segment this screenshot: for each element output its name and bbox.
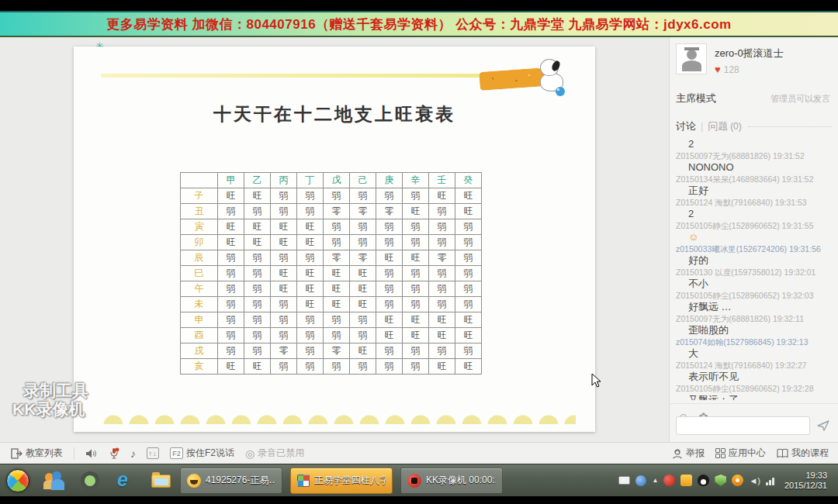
app-center-button[interactable]: 应用中心 (715, 447, 766, 460)
record-icon: ◎ (245, 447, 255, 460)
heart-icon[interactable]: ♥ (715, 64, 721, 75)
chat-message-meta: Z0150124 海默(79166840) 19:31:53 (676, 197, 833, 208)
chat-input[interactable] (676, 416, 810, 435)
table-row: 午 弱弱旺旺旺旺弱弱弱弱 (181, 281, 482, 297)
file-explorer-icon[interactable] (151, 470, 172, 492)
avatar (676, 43, 707, 74)
table-cell: 弱 (403, 266, 429, 281)
table-cell: 弱 (324, 312, 350, 328)
table-cell: 旺 (403, 328, 429, 343)
top-letterbox (0, 0, 838, 11)
chat-message-text: 歪啪股的 (676, 324, 833, 337)
taskbar-window-channel[interactable]: 正易学堂四柱八字班 (290, 468, 393, 494)
table-cell: 弱 (244, 250, 271, 266)
tray-network-signal-icon[interactable] (766, 476, 774, 485)
table-row: 寅 旺旺旺旺弱弱弱弱弱弱 (181, 219, 482, 235)
table-row-label: 丑 (181, 204, 218, 219)
tray-security-shield-icon[interactable] (715, 475, 726, 486)
table-cell: 弱 (350, 359, 376, 375)
report-button[interactable]: 举报 (672, 447, 705, 460)
speaker-icon (85, 448, 98, 459)
table-cell: 弱 (455, 219, 482, 235)
green-app-icon[interactable] (79, 470, 101, 492)
table-cell: 弱 (297, 328, 324, 343)
record-status-group: ◎ 录音已禁用 (245, 447, 304, 460)
mixer-button[interactable]: ↑↓ (147, 447, 159, 459)
chat-message-text: ☺ (676, 231, 833, 243)
chat-message: Z0150105静尘(1528960652) 19:32:03 好飘远 … (676, 290, 833, 313)
taskbar-clock[interactable]: 19:33 2015/12/31 (784, 471, 827, 491)
table-cell: 弱 (324, 219, 350, 235)
taskbar-window-label: KK录像机 00:00:11 (426, 474, 496, 487)
chat-message-meta: Z0150105静尘(1528960652) 19:32:28 (676, 383, 833, 394)
table-cell: 弱 (376, 219, 403, 235)
table-cell: 弱 (455, 250, 482, 266)
table-row: 卯 旺旺旺旺弱弱弱弱弱弱 (181, 235, 482, 250)
tab-question[interactable]: 问题 (708, 119, 728, 133)
table-cell: 弱 (271, 359, 297, 375)
table-cell: 弱 (271, 204, 297, 219)
chat-message-meta: Z0150105静尘(1528960652) 19:32:03 (676, 290, 833, 301)
taskbar-window-kk-recorder[interactable]: KK录像机 00:00:11 (400, 468, 503, 494)
tray-volume-icon[interactable]: ◄) (749, 476, 760, 485)
table-cell: 旺 (218, 235, 244, 250)
table-cell: 旺 (324, 281, 350, 297)
network-globe-icon[interactable] (635, 475, 646, 486)
chat-message-text: 又飘远：了 (676, 394, 833, 400)
table-cell: 零 (324, 250, 350, 266)
push-to-talk-label: 按住F2说话 (186, 447, 234, 460)
internet-explorer-icon[interactable]: e (115, 470, 137, 492)
avatar-cap (684, 47, 699, 50)
table-cell: 弱 (324, 328, 350, 343)
table-cell: 弱 (455, 297, 482, 312)
tab-discussion[interactable]: 讨论 (676, 119, 696, 133)
permission-label: 管理员可以发言 (770, 93, 830, 105)
report-label: 举报 (686, 447, 705, 460)
chat-message-text: 表示听不见 (676, 371, 833, 383)
speaker-button[interactable] (85, 448, 98, 459)
table-cell: 弱 (403, 188, 429, 204)
start-button[interactable] (6, 469, 29, 492)
microphone-button[interactable] (109, 447, 119, 459)
taskbar-window-label: 正易学堂四柱八字班 (314, 474, 386, 487)
table-cell: 零 (271, 343, 297, 359)
table-cell: 弱 (376, 359, 403, 375)
table-cell: 弱 (218, 266, 244, 281)
table-cell: 弱 (376, 343, 403, 359)
chat-message-text: 大 (676, 347, 833, 360)
taskbar-window-yy-main[interactable]: 41925276-正易… (180, 468, 282, 494)
table-cell: 弱 (403, 297, 429, 312)
send-button[interactable] (815, 417, 832, 434)
tray-expand-icon[interactable]: ▲ (652, 477, 658, 484)
table-cell: 弱 (455, 281, 482, 297)
table-cell: 旺 (297, 297, 324, 312)
table-row-label: 申 (181, 312, 218, 328)
tray-360-icon[interactable] (732, 475, 743, 486)
mixer-icon: ↑↓ (147, 447, 159, 459)
chat-message-meta: Z0150097无为(68881826) 19:31:52 (676, 150, 833, 161)
contacts-app-icon[interactable] (43, 470, 65, 492)
table-cell: 旺 (324, 297, 350, 312)
table-row-label: 子 (181, 188, 218, 204)
table-cell: 弱 (350, 328, 376, 343)
tray-qq-icon[interactable] (698, 475, 709, 486)
table-cell: 零 (324, 343, 350, 359)
presentation-slide: 十天干在十二地支上旺衰表 甲乙丙丁戊己庚辛壬癸 子 旺旺弱弱弱弱弱弱旺旺 (74, 47, 595, 432)
classroom-list-button[interactable]: 教室列表 (11, 447, 63, 460)
channel-app-icon (297, 475, 310, 487)
classroom-toolbar: 教室列表 ♪ ↑↓ F2 按住F2说话 ◎ 录音已禁 (0, 442, 838, 464)
table-row-label: 巳 (181, 266, 218, 281)
table-cell: 弱 (218, 343, 244, 359)
tray-yy-icon[interactable] (680, 475, 692, 486)
table-cell: 弱 (297, 359, 324, 375)
push-to-talk-group[interactable]: F2 按住F2说话 (170, 447, 234, 460)
table-cell: 旺 (350, 281, 376, 297)
table-cell: 旺 (429, 188, 455, 204)
my-courses-button[interactable]: 我的课程 (777, 447, 829, 460)
tray-kk-icon[interactable] (663, 475, 675, 486)
table-cell: 旺 (376, 250, 403, 266)
table-cell: 旺 (244, 219, 271, 235)
music-button[interactable]: ♪ (130, 447, 136, 460)
chat-message-list[interactable]: 2 Z0150097无为(68881826) 19:31:52 NONONO Z… (670, 136, 838, 400)
language-bar-icon[interactable] (618, 476, 630, 485)
